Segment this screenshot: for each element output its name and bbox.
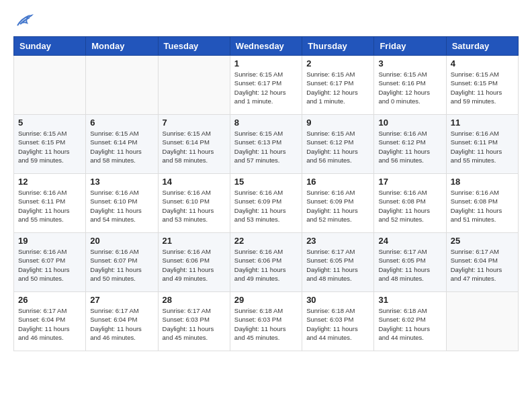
day-info: Sunrise: 6:18 AM Sunset: 6:03 PM Dayligh… [306,306,369,342]
day-info: Sunrise: 6:16 AM Sunset: 6:07 PM Dayligh… [18,247,81,283]
day-info: Sunrise: 6:16 AM Sunset: 6:09 PM Dayligh… [306,188,369,224]
calendar-cell: 30Sunrise: 6:18 AM Sunset: 6:03 PM Dayli… [302,292,374,351]
calendar-cell: 9Sunrise: 6:15 AM Sunset: 6:12 PM Daylig… [302,115,374,174]
calendar-cell [14,56,86,115]
calendar-cell: 21Sunrise: 6:16 AM Sunset: 6:06 PM Dayli… [158,233,230,292]
calendar-cell: 1Sunrise: 6:15 AM Sunset: 6:17 PM Daylig… [230,56,302,115]
day-info: Sunrise: 6:16 AM Sunset: 6:11 PM Dayligh… [451,129,514,165]
day-info: Sunrise: 6:16 AM Sunset: 6:09 PM Dayligh… [234,188,298,224]
day-info: Sunrise: 6:17 AM Sunset: 6:04 PM Dayligh… [18,306,81,342]
day-info: Sunrise: 6:17 AM Sunset: 6:03 PM Dayligh… [163,306,226,342]
calendar-week-row: 12Sunrise: 6:16 AM Sunset: 6:11 PM Dayli… [14,174,519,233]
day-number: 23 [306,236,369,246]
day-info: Sunrise: 6:17 AM Sunset: 6:05 PM Dayligh… [306,247,369,283]
calendar-cell: 19Sunrise: 6:16 AM Sunset: 6:07 PM Dayli… [14,233,86,292]
day-info: Sunrise: 6:15 AM Sunset: 6:12 PM Dayligh… [306,129,369,165]
calendar-cell [446,292,518,351]
day-number: 8 [234,118,298,128]
day-number: 11 [451,118,514,128]
calendar-day-header: Monday [86,37,158,56]
calendar-cell: 11Sunrise: 6:16 AM Sunset: 6:11 PM Dayli… [446,115,518,174]
calendar-cell: 20Sunrise: 6:16 AM Sunset: 6:07 PM Dayli… [86,233,158,292]
day-info: Sunrise: 6:17 AM Sunset: 6:05 PM Dayligh… [378,247,441,283]
day-info: Sunrise: 6:16 AM Sunset: 6:11 PM Dayligh… [18,188,81,224]
calendar-cell: 25Sunrise: 6:17 AM Sunset: 6:04 PM Dayli… [446,233,518,292]
day-info: Sunrise: 6:17 AM Sunset: 6:04 PM Dayligh… [90,306,153,342]
day-info: Sunrise: 6:15 AM Sunset: 6:14 PM Dayligh… [163,129,226,165]
calendar-cell: 28Sunrise: 6:17 AM Sunset: 6:03 PM Dayli… [158,292,230,351]
calendar-cell: 12Sunrise: 6:16 AM Sunset: 6:11 PM Dayli… [14,174,86,233]
calendar-cell: 18Sunrise: 6:16 AM Sunset: 6:08 PM Dayli… [446,174,518,233]
day-number: 2 [306,58,369,68]
day-info: Sunrise: 6:16 AM Sunset: 6:06 PM Dayligh… [234,247,298,283]
day-number: 9 [306,118,369,128]
calendar-week-row: 26Sunrise: 6:17 AM Sunset: 6:04 PM Dayli… [14,292,519,351]
calendar-cell: 31Sunrise: 6:18 AM Sunset: 6:02 PM Dayli… [374,292,446,351]
calendar-cell: 8Sunrise: 6:15 AM Sunset: 6:13 PM Daylig… [230,115,302,174]
page-header [13,13,519,26]
day-number: 3 [378,58,441,68]
day-number: 6 [90,118,153,128]
calendar-day-header: Saturday [446,37,518,56]
calendar-cell: 13Sunrise: 6:16 AM Sunset: 6:10 PM Dayli… [86,174,158,233]
logo-bird-icon [15,13,34,28]
calendar-cell: 14Sunrise: 6:16 AM Sunset: 6:10 PM Dayli… [158,174,230,233]
calendar-cell: 6Sunrise: 6:15 AM Sunset: 6:14 PM Daylig… [86,115,158,174]
calendar-week-row: 19Sunrise: 6:16 AM Sunset: 6:07 PM Dayli… [14,233,519,292]
calendar-cell: 24Sunrise: 6:17 AM Sunset: 6:05 PM Dayli… [374,233,446,292]
day-info: Sunrise: 6:16 AM Sunset: 6:08 PM Dayligh… [378,188,441,224]
day-number: 4 [451,58,514,68]
day-info: Sunrise: 6:15 AM Sunset: 6:13 PM Dayligh… [234,129,298,165]
day-info: Sunrise: 6:15 AM Sunset: 6:14 PM Dayligh… [90,129,153,165]
day-info: Sunrise: 6:18 AM Sunset: 6:03 PM Dayligh… [234,306,298,342]
day-number: 30 [306,295,369,305]
day-info: Sunrise: 6:15 AM Sunset: 6:17 PM Dayligh… [306,70,369,105]
day-number: 26 [18,295,81,305]
day-number: 24 [378,236,441,246]
calendar-week-row: 1Sunrise: 6:15 AM Sunset: 6:17 PM Daylig… [14,56,519,115]
calendar-cell: 5Sunrise: 6:15 AM Sunset: 6:15 PM Daylig… [14,115,86,174]
calendar-cell: 17Sunrise: 6:16 AM Sunset: 6:08 PM Dayli… [374,174,446,233]
day-number: 19 [18,236,81,246]
day-number: 15 [234,177,298,187]
calendar-day-header: Tuesday [158,37,230,56]
day-number: 12 [18,177,81,187]
calendar-day-header: Wednesday [230,37,302,56]
day-info: Sunrise: 6:15 AM Sunset: 6:16 PM Dayligh… [378,70,441,105]
day-number: 17 [378,177,441,187]
day-number: 16 [306,177,369,187]
calendar-day-header: Friday [374,37,446,56]
calendar-cell: 3Sunrise: 6:15 AM Sunset: 6:16 PM Daylig… [374,56,446,115]
calendar-table: SundayMondayTuesdayWednesdayThursdayFrid… [13,36,519,351]
day-number: 10 [378,118,441,128]
day-number: 27 [90,295,153,305]
calendar-cell: 7Sunrise: 6:15 AM Sunset: 6:14 PM Daylig… [158,115,230,174]
calendar-cell: 4Sunrise: 6:15 AM Sunset: 6:15 PM Daylig… [446,56,518,115]
day-info: Sunrise: 6:18 AM Sunset: 6:02 PM Dayligh… [378,306,441,342]
day-info: Sunrise: 6:17 AM Sunset: 6:04 PM Dayligh… [451,247,514,283]
calendar-day-header: Thursday [302,37,374,56]
calendar-cell: 23Sunrise: 6:17 AM Sunset: 6:05 PM Dayli… [302,233,374,292]
logo [13,13,34,26]
calendar-cell: 10Sunrise: 6:16 AM Sunset: 6:12 PM Dayli… [374,115,446,174]
calendar-day-header: Sunday [14,37,86,56]
calendar-week-row: 5Sunrise: 6:15 AM Sunset: 6:15 PM Daylig… [14,115,519,174]
day-number: 5 [18,118,81,128]
calendar-cell: 26Sunrise: 6:17 AM Sunset: 6:04 PM Dayli… [14,292,86,351]
calendar-header-row: SundayMondayTuesdayWednesdayThursdayFrid… [14,37,519,56]
day-info: Sunrise: 6:15 AM Sunset: 6:15 PM Dayligh… [18,129,81,165]
calendar-cell: 2Sunrise: 6:15 AM Sunset: 6:17 PM Daylig… [302,56,374,115]
calendar-cell [86,56,158,115]
day-info: Sunrise: 6:16 AM Sunset: 6:07 PM Dayligh… [90,247,153,283]
day-number: 14 [163,177,226,187]
day-info: Sunrise: 6:16 AM Sunset: 6:10 PM Dayligh… [163,188,226,224]
day-number: 29 [234,295,298,305]
day-info: Sunrise: 6:16 AM Sunset: 6:10 PM Dayligh… [90,188,153,224]
day-number: 22 [234,236,298,246]
day-number: 7 [163,118,226,128]
day-number: 28 [163,295,226,305]
day-info: Sunrise: 6:15 AM Sunset: 6:17 PM Dayligh… [234,70,298,105]
day-number: 13 [90,177,153,187]
calendar-cell: 16Sunrise: 6:16 AM Sunset: 6:09 PM Dayli… [302,174,374,233]
day-info: Sunrise: 6:16 AM Sunset: 6:08 PM Dayligh… [451,188,514,224]
